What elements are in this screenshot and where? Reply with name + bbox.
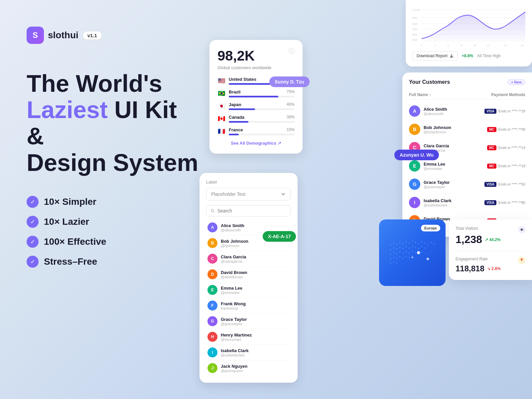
search-input[interactable] (217, 208, 287, 213)
europe-chip[interactable]: Europe (421, 225, 440, 231)
engagement-section: Engagement Rate 118,818 ↘ 2.8% 📍 (456, 251, 525, 273)
feature-text-4: Stress–Free (44, 256, 97, 267)
dropdown-avatar-bob: B (207, 238, 217, 248)
sort-icon[interactable]: ↕ (429, 92, 431, 97)
stat-number: 98,2K (217, 48, 272, 64)
dropdown-user-frank[interactable]: F Frank Wong frankwong (206, 298, 291, 314)
svg-point-31 (424, 242, 425, 244)
chart-period: All Time High (477, 54, 501, 58)
svg-point-36 (393, 247, 394, 249)
dropdown-user-grace[interactable]: G Grace Taylor @gracetaylor (206, 314, 291, 329)
tooltip-sunny: Sunny D. Tzu (269, 76, 310, 87)
svg-text:1,000: 1,000 (412, 8, 420, 12)
customer-row-bob: B Bob Johnson @bobjohnson MC Ends in ***… (409, 120, 525, 139)
svg-point-63 (405, 256, 407, 257)
version-badge: v1.1 (82, 31, 102, 40)
dropdown-avatar-clara: C (207, 254, 217, 264)
avatar-bob: B (409, 124, 420, 135)
svg-point-71 (411, 256, 413, 258)
svg-text:14: 14 (504, 44, 507, 47)
chart-change-badge: +8.8% (462, 54, 473, 58)
dropdown-select[interactable]: Placeholder Text (206, 188, 291, 200)
info-icon[interactable]: i (289, 48, 295, 54)
col-payment: Payment Methods (491, 92, 525, 97)
svg-point-55 (415, 252, 416, 253)
svg-text:500: 500 (412, 38, 417, 42)
svg-point-50 (399, 251, 401, 253)
dropdown-avatar-grace: G (207, 316, 217, 326)
svg-text:12: 12 (487, 44, 490, 47)
dropdown-avatar-alice: A (207, 222, 217, 232)
dropdown-card: Label Placeholder Text A Alice Smith @al… (200, 173, 298, 383)
engagement-value: 118,818 ↘ 2.8% (456, 264, 500, 273)
svg-text:600: 600 (412, 33, 417, 36)
svg-point-27 (412, 241, 413, 242)
dropdown-user-henry[interactable]: H Henry Martinez @henrymart (206, 329, 291, 345)
chart-footer: Download Report +8.8% All Time High (412, 51, 525, 61)
svg-point-21 (393, 243, 394, 244)
dropdown-avatar-henry: H (207, 332, 217, 342)
check-icon-4: ✓ (27, 256, 39, 268)
dropdown-avatar-jack: J (207, 363, 217, 373)
dropdown-user-jack[interactable]: J Jack Nguyen @jacknguyen (206, 360, 291, 376)
dropdown-placeholder: Placeholder Text (211, 192, 245, 197)
search-box[interactable] (206, 205, 291, 216)
chart-area: 1,000 900 800 700 600 500 (412, 5, 525, 49)
svg-point-61 (399, 256, 401, 257)
country-row-fr: 🇫🇷 France 15% (217, 127, 295, 135)
avatar-grace: G (409, 179, 420, 190)
svg-point-34 (433, 243, 435, 244)
feature-item-2: ✓ 10× Lazier (27, 216, 200, 228)
stat-label: Global customers worldwide (217, 65, 272, 70)
check-icon-1: ✓ (27, 196, 39, 208)
dropdown-user-emma[interactable]: E Emma Lee @emmalee (206, 282, 291, 298)
headline-line3: Design System (27, 149, 198, 176)
svg-point-57 (421, 251, 422, 253)
svg-point-47 (390, 254, 391, 255)
avatar-isabella: I (409, 197, 420, 208)
new-badge[interactable]: + New (507, 79, 525, 85)
svg-point-26 (409, 242, 410, 244)
demographics-card: 98,2K Global customers worldwide i 🇺🇸 Un… (209, 40, 303, 154)
svg-point-58 (390, 258, 391, 260)
svg-point-60 (396, 258, 397, 259)
visitors-value: 1,238 ↗ 44.2% (456, 233, 500, 246)
chart-card: 1,000 900 800 700 600 500 (406, 0, 532, 66)
download-report-button[interactable]: Download Report (412, 51, 458, 61)
svg-point-20 (390, 244, 391, 246)
svg-text:6: 6 (448, 44, 449, 47)
feature-text-2: 10× Lazier (44, 216, 89, 227)
svg-point-44 (418, 248, 419, 249)
dropdown-user-clara[interactable]: C Clara Garcia @claragarcia (206, 251, 291, 267)
svg-point-49 (396, 253, 397, 254)
svg-point-52 (405, 251, 407, 252)
svg-text:16: 16 (521, 44, 524, 47)
chevron-down-icon (281, 192, 286, 197)
feature-item-1: ✓ 10× Simpler (27, 196, 200, 208)
dropdown-user-isabella[interactable]: I Isabella Clark @isabellaclark (206, 345, 291, 360)
eye-icon[interactable]: 👁 (518, 226, 525, 233)
pin-icon[interactable]: 📍 (518, 257, 525, 264)
features-list: ✓ 10× Simpler ✓ 10× Lazier ✓ 100× Effect… (27, 196, 200, 268)
dropdown-user-david[interactable]: D David Brown @davidbrown (206, 267, 291, 282)
engagement-change: ↘ 2.8% (487, 266, 501, 271)
see-all-demographics-link[interactable]: See All Demographics ↗ (217, 141, 295, 146)
feature-item-4: ✓ Stress–Free (27, 256, 200, 268)
map-card: Europe (379, 219, 446, 286)
svg-point-33 (430, 242, 432, 243)
svg-point-19 (211, 209, 213, 211)
svg-point-45 (421, 246, 422, 247)
svg-point-51 (402, 253, 404, 254)
dropdown-avatar-isabella: I (207, 347, 217, 357)
headline: The World's Laziest UI Kit & Design Syst… (27, 70, 200, 176)
svg-point-38 (399, 247, 401, 248)
dropdown-label: Label (206, 180, 291, 185)
svg-point-43 (415, 247, 416, 248)
svg-text:2: 2 (421, 44, 423, 47)
svg-point-64 (409, 257, 410, 258)
country-row-jp: 🇯🇵 Japan 40% (217, 102, 295, 110)
svg-text:700: 700 (412, 28, 417, 31)
avatar-emma: E (409, 160, 420, 172)
svg-point-25 (405, 241, 407, 242)
svg-point-37 (396, 248, 397, 250)
